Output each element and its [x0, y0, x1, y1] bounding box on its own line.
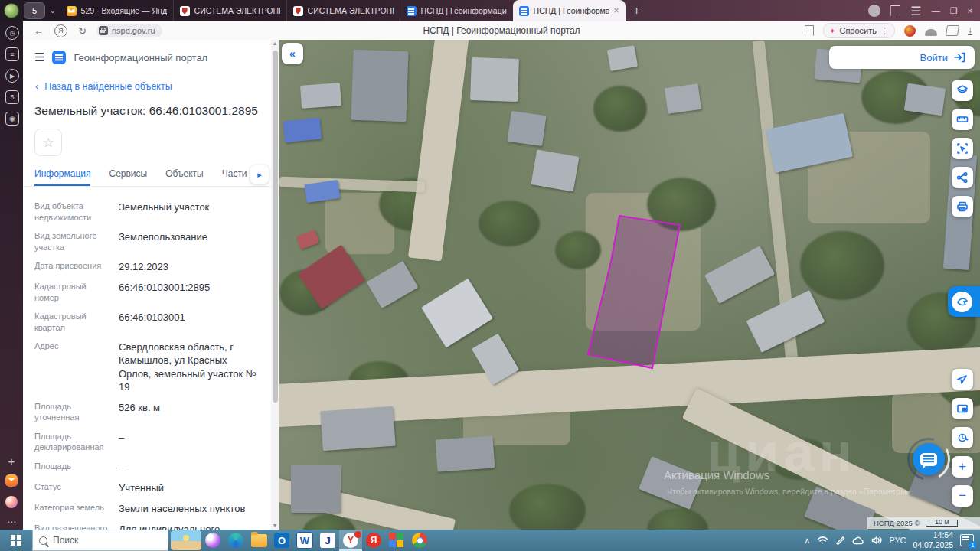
alice-ask-button[interactable]: ✦ Спросить ⋮ [823, 23, 895, 38]
navigator-arrow-icon [956, 373, 969, 386]
login-label: Войти [920, 52, 948, 64]
language-indicator[interactable]: РУС [889, 536, 906, 545]
taskbar-app-edge[interactable] [224, 530, 247, 551]
field-row: АдресСвердловская область, г Камышлов, у… [34, 341, 256, 393]
profile-avatar[interactable] [868, 5, 880, 17]
back-to-results-link[interactable]: ‹ Назад в найденные объекты [23, 64, 279, 92]
notification-center-icon[interactable]: 1 [960, 534, 974, 546]
locate-button[interactable] [952, 369, 973, 390]
wifi-icon[interactable] [817, 536, 828, 545]
zoom-in-button[interactable]: + [952, 456, 973, 478]
browser-app-icon[interactable] [4, 3, 19, 18]
url-text: nspd.gov.ru [112, 26, 155, 35]
notes-icon[interactable]: ≡ [5, 47, 19, 61]
taskbar-app-outlook[interactable]: O [270, 530, 293, 551]
assistant-panel-tab[interactable] [948, 286, 980, 317]
browser-tab-mail[interactable]: 529 · Входящие — Яндекс [60, 0, 173, 21]
taskbar-app-alice[interactable] [201, 530, 224, 551]
notification-badge: 1 [969, 541, 977, 549]
field-label: Дата присвоения [34, 260, 111, 273]
taskbar-search-box[interactable]: Поиск [32, 530, 168, 551]
ask-kebab-icon[interactable]: ⋮ [880, 26, 889, 36]
taskbar-app-generic[interactable]: J [316, 530, 339, 551]
browser-tab-sed-2[interactable]: СИСТЕМА ЭЛЕКТРОННО [286, 0, 400, 21]
taskbar-app-yandex-browser[interactable]: Y [339, 530, 362, 551]
tabs-count-icon[interactable]: 5 [5, 90, 19, 104]
field-row: Дата присвоения29.12.2023 [34, 260, 256, 273]
new-tab-button[interactable]: + [630, 4, 644, 18]
history-clock-icon[interactable]: ◷ [5, 26, 19, 40]
map-canvas[interactable]: циан Активация Windows Чтобы активироват… [279, 40, 980, 530]
tab-objects[interactable]: Объекты [165, 168, 204, 186]
rail-more-icon[interactable]: ⋯ [5, 516, 18, 528]
select-area-icon [956, 142, 969, 155]
bookmarks-flag-icon[interactable] [890, 5, 900, 16]
taskbar-clock[interactable]: 14:54 04.07.2025 [913, 530, 953, 550]
tab-close-icon[interactable]: × [614, 5, 619, 16]
player-icon[interactable]: ▶ [5, 69, 19, 83]
system-tray: ∧ РУС 14:54 04.07.2025 1 [804, 530, 980, 550]
share-button[interactable] [952, 167, 973, 188]
login-button[interactable]: Войти [829, 46, 975, 69]
address-bar[interactable]: nspd.gov.ru [96, 24, 162, 37]
tabs-scroll-right-button[interactable]: ▸ [250, 165, 269, 184]
field-label: Площадь уточненная [34, 401, 111, 423]
pen-icon[interactable] [835, 536, 845, 545]
downloads-icon[interactable]: ↓ [968, 26, 972, 35]
rail-add-icon[interactable]: + [5, 455, 18, 467]
refresh-button[interactable]: ↻ [78, 25, 87, 37]
identify-area-button[interactable] [952, 138, 973, 159]
measure-button[interactable] [952, 109, 973, 130]
extension-icon[interactable] [904, 25, 916, 37]
chat-fab-button[interactable] [913, 443, 945, 475]
tab-list-chevron-icon[interactable]: ⌄ [50, 7, 56, 15]
browser-tab-sed-1[interactable]: СИСТЕМА ЭЛЕКТРОННО [173, 0, 286, 21]
scrollbar-thumb[interactable] [273, 51, 278, 403]
taskbar-app-yandex[interactable]: Я [362, 530, 385, 551]
collections-icon[interactable] [946, 25, 959, 36]
browser-tab-nspd-1[interactable]: НСПД | Геоинформацион [400, 0, 513, 21]
yandex-services-icon[interactable]: Я [54, 24, 67, 37]
minimap-button[interactable] [952, 398, 973, 419]
collapse-panel-button[interactable]: « [282, 43, 303, 64]
reset-view-button[interactable] [952, 427, 973, 448]
print-button[interactable] [952, 196, 973, 217]
attributes-list: Вид объекта недвижимостиЗемельный участо… [23, 187, 279, 530]
favorite-star-button[interactable]: ☆ [34, 129, 62, 156]
profile-mask-icon[interactable] [925, 29, 937, 36]
browser-tab-nspd-active[interactable]: НСПД | Геоинформаци × [513, 0, 626, 21]
tray-expand-icon[interactable]: ∧ [804, 536, 810, 546]
scroll-up-icon[interactable]: ▲ [271, 40, 279, 47]
field-value: Земли населенных пунктов [119, 502, 256, 515]
taskbar-app-store[interactable] [385, 530, 408, 551]
window-minimize-button[interactable]: — [932, 6, 940, 15]
yandex-mail-icon[interactable] [5, 474, 18, 487]
ssl-lock-icon[interactable] [99, 26, 108, 35]
back-button[interactable]: ← [34, 25, 44, 37]
browser-menu-icon[interactable]: ☰ [910, 4, 921, 18]
tab-counter-button[interactable]: 5 [24, 2, 45, 19]
screenshot-icon[interactable]: ◉ [5, 112, 19, 126]
panel-scrollbar[interactable]: ▲ ▼ [271, 40, 279, 530]
field-label: Категория земель [34, 502, 111, 515]
parcel-highlight[interactable] [588, 216, 680, 368]
scroll-down-icon[interactable]: ▼ [271, 522, 279, 530]
layers-button[interactable] [952, 80, 973, 101]
speaker-icon[interactable] [871, 536, 882, 545]
weather-widget-icon[interactable] [171, 530, 201, 550]
nspd-logo[interactable] [52, 51, 66, 64]
onedrive-cloud-icon[interactable] [852, 536, 864, 545]
zoom-out-button[interactable]: − [952, 485, 973, 507]
taskbar-app-chrome[interactable] [408, 530, 431, 551]
bookmark-icon[interactable] [805, 25, 814, 36]
alice-orb-icon[interactable] [5, 496, 18, 508]
start-button[interactable] [0, 530, 32, 551]
tab-services[interactable]: Сервисы [109, 168, 147, 186]
window-close-button[interactable]: × [968, 6, 972, 15]
taskbar-app-word[interactable]: W [293, 530, 316, 551]
search-icon [39, 536, 47, 545]
window-restore-button[interactable]: ❐ [950, 6, 958, 16]
tab-information[interactable]: Информация [34, 168, 90, 186]
taskbar-app-explorer[interactable] [247, 530, 270, 551]
panel-menu-icon[interactable]: ☰ [34, 51, 44, 64]
